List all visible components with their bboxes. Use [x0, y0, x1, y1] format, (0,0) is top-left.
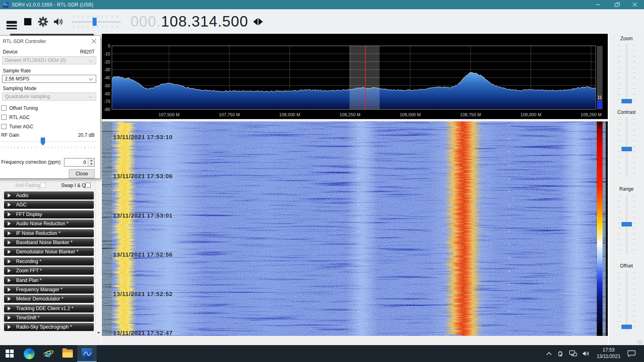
- offset-tuning-label: Offset Tuning: [9, 105, 38, 111]
- rf-gain-handle[interactable]: [41, 138, 45, 146]
- menu-button[interactable]: [6, 19, 17, 24]
- sidebar-section-demodulator-noise-blanker[interactable]: Demodulator Noise Blanker *: [4, 248, 94, 256]
- frequency-step-down-button[interactable]: [253, 18, 258, 25]
- range-slider-label: Range: [609, 186, 644, 192]
- action-center-button[interactable]: [627, 350, 636, 357]
- range-slider-handle[interactable]: [621, 222, 632, 226]
- start-button[interactable]: [0, 345, 19, 362]
- offset-slider-label: Offset: [609, 263, 644, 269]
- freq-correction-spinner[interactable]: [88, 158, 94, 166]
- offset-tuning-checkbox[interactable]: [1, 105, 6, 111]
- waterfall-color-legend: [597, 121, 603, 336]
- sampling-mode-dropdown: Quadrature sampling: [2, 93, 96, 101]
- waterfall-timestamp: 13/11/2021 17:52:56: [113, 251, 173, 258]
- svg-text:-30: -30: [104, 67, 110, 72]
- swap-iq-label: Swap I & Q: [61, 183, 86, 188]
- taskbar-clock[interactable]: 17:53 13/11/2021: [595, 347, 622, 360]
- sidebar-section-tracking-dde-client[interactable]: Tracking DDE Client v1.2 *: [4, 304, 94, 313]
- sidebar-section-agc[interactable]: AGC: [4, 201, 94, 209]
- contrast-slider-handle[interactable]: [621, 147, 632, 151]
- taskbar-file-explorer-button[interactable]: [58, 345, 77, 362]
- range-slider[interactable]: [618, 194, 636, 254]
- rtl-agc-row: RTL AGC: [1, 115, 30, 120]
- scroll-down-button[interactable]: [96, 330, 101, 336]
- sidebar-section-zoom-fft[interactable]: Zoom FFT *: [4, 267, 94, 275]
- close-button[interactable]: [625, 0, 644, 9]
- expand-icon: [8, 316, 11, 320]
- sidebar-section-timeshift[interactable]: TimeShift *: [4, 314, 94, 322]
- rtl-agc-checkbox[interactable]: [1, 115, 6, 120]
- rf-gain-slider[interactable]: [0, 137, 97, 148]
- frequency-prefix: 000.: [130, 13, 161, 30]
- stop-button[interactable]: [24, 18, 31, 25]
- minimize-button[interactable]: [588, 0, 607, 9]
- waterfall-timestamp: 13/11/2021 17:53:10: [113, 134, 173, 140]
- sidebar-section-fft-display[interactable]: FFT Display: [4, 210, 94, 218]
- volume-ticks-bottom: [73, 26, 119, 28]
- zoom-slider[interactable]: [618, 44, 636, 103]
- chevron-down-icon: [89, 77, 93, 81]
- frequency-step-up-button[interactable]: [258, 18, 263, 25]
- settings-button[interactable]: [38, 16, 48, 27]
- waterfall-display[interactable]: [102, 121, 608, 336]
- tuner-agc-label: Tuner AGC: [9, 124, 33, 130]
- taskbar-edge-button[interactable]: [19, 345, 39, 362]
- taskbar-internet-explorer-button[interactable]: e: [39, 345, 58, 362]
- dialog-close-button[interactable]: Close: [69, 169, 95, 178]
- close-icon: [632, 2, 637, 7]
- offset-slider-handle[interactable]: [621, 325, 632, 329]
- zoom-slider-handle[interactable]: [621, 99, 632, 103]
- tuner-agc-checkbox[interactable]: [1, 124, 6, 129]
- device-label: Device: [3, 49, 18, 55]
- dialog-close-icon[interactable]: [91, 39, 97, 44]
- waterfall-timestamp: 13/11/2021 17:53:01: [113, 212, 173, 219]
- rtl-agc-label: RTL AGC: [9, 115, 30, 120]
- spin-down-icon: [90, 163, 93, 165]
- freq-correction-input[interactable]: [64, 158, 88, 166]
- svg-text:-50: -50: [104, 83, 110, 88]
- resize-grip[interactable]: [638, 340, 643, 344]
- sample-rate-dropdown[interactable]: 2.56 MSPS: [2, 75, 96, 83]
- speaker-icon: [53, 17, 64, 27]
- tray-expand-button[interactable]: [546, 352, 552, 356]
- tray-usb-button[interactable]: [557, 350, 564, 357]
- sidebar-section-baseband-noise-blanker[interactable]: Baseband Noise Blanker *: [4, 239, 94, 247]
- svg-text:109,000 M: 109,000 M: [520, 112, 541, 117]
- gear-icon: [38, 16, 48, 27]
- waterfall-timestamp: 13/11/2021 17:52:47: [113, 329, 173, 336]
- tray-network-button[interactable]: [569, 350, 577, 357]
- sidebar-section-meteor-demodulator[interactable]: Meteor Demodulator *: [4, 295, 94, 303]
- frequency-display[interactable]: 000.108.314.500: [130, 14, 248, 29]
- restore-button[interactable]: [607, 0, 625, 9]
- sidebar-section-if-noise-reduction[interactable]: IF Noise Reduction *: [4, 229, 94, 237]
- sidebar-divider: [101, 34, 102, 345]
- taskbar-sdrsharp-button[interactable]: [77, 345, 97, 362]
- sidebar-section-frequency-manager[interactable]: Frequency Manager *: [4, 286, 94, 294]
- sidebar-section-radio-sky-spectrograph[interactable]: Radio-Sky Spectrograph *: [4, 323, 94, 331]
- sidebar-section-band-plan[interactable]: Band Plan *: [4, 276, 94, 284]
- contrast-slider[interactable]: [618, 117, 636, 177]
- clock-time: 17:53: [595, 347, 622, 354]
- frequency-digits[interactable]: 108.314.500: [161, 13, 248, 30]
- clock-date: 13/11/2021: [595, 354, 622, 360]
- anti-fading-checkbox[interactable]: [40, 183, 45, 188]
- volume-slider[interactable]: [72, 15, 121, 29]
- sidebar-section-audio-noise-reduction[interactable]: Audio Noise Reduction *: [4, 220, 94, 228]
- waterfall-timestamp: 13/11/2021 17:53:06: [113, 173, 173, 179]
- sidebar-section-audio[interactable]: Audio: [4, 191, 94, 200]
- svg-text:-80: -80: [104, 107, 110, 112]
- svg-text:108,500 M: 108,500 M: [400, 112, 421, 117]
- offset-slider[interactable]: [618, 271, 636, 331]
- fft-spectrum-display[interactable]: 0-10-20-30-40-50-60-70-80107,500 M107,75…: [102, 34, 608, 119]
- zoom-slider-label: Zoom: [609, 36, 644, 41]
- sidebar-sections: Audio AGC FFT Display Audio Noise Reduct…: [4, 191, 94, 333]
- rf-gain-track: [0, 141, 97, 142]
- sdrsharp-icon: [82, 348, 93, 359]
- tray-volume-button[interactable]: [582, 350, 590, 357]
- volume-handle[interactable]: [93, 18, 97, 26]
- sidebar: Anti-Fading Swap I & Q Audio AGC FFT Dis…: [0, 34, 102, 345]
- expand-icon: [8, 250, 11, 254]
- audio-mute-button[interactable]: [53, 17, 64, 27]
- swap-iq-checkbox[interactable]: [85, 183, 91, 188]
- sidebar-section-recording[interactable]: Recording *: [4, 257, 94, 265]
